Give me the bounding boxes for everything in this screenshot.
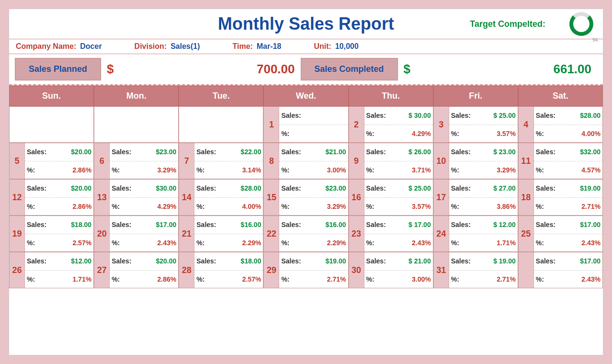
sales-value[interactable]: $20.00 — [135, 257, 176, 265]
sales-value[interactable]: $ 12.00 — [474, 221, 516, 228]
pct-value[interactable]: 2.43% — [135, 239, 176, 247]
pct-value[interactable]: 2.57% — [50, 239, 91, 247]
pct-value[interactable]: 1.71% — [50, 275, 91, 283]
pct-value[interactable]: 2.43% — [559, 239, 601, 247]
pct-value[interactable]: 3.29% — [304, 203, 346, 210]
pct-value[interactable]: 2.71% — [559, 203, 601, 210]
calendar-cell[interactable]: 26Sales:$12.00%:1.71% — [9, 252, 94, 288]
pct-value[interactable]: 3.71% — [389, 166, 431, 174]
pct-value[interactable]: 4.29% — [135, 203, 176, 210]
pct-value[interactable]: 3.00% — [389, 275, 431, 283]
sales-value[interactable]: $28.00 — [219, 184, 261, 192]
sales-value[interactable]: $18.00 — [219, 257, 261, 265]
pct-value[interactable]: 3.00% — [304, 166, 346, 174]
time-value[interactable]: Mar-18 — [257, 42, 282, 51]
pct-value[interactable]: 3.86% — [474, 203, 516, 210]
calendar-cell[interactable]: 13Sales:$30.00%:4.29% — [94, 179, 179, 216]
planned-value[interactable]: 700.00 — [120, 58, 301, 80]
calendar-cell[interactable]: 30Sales:$ 21.00%:3.00% — [349, 252, 433, 288]
calendar-cell[interactable]: 4Sales:$28.00%:4.00% — [518, 106, 603, 143]
sales-value[interactable]: $17.00 — [559, 257, 601, 265]
calendar-cell[interactable]: 7Sales:$22.00%:3.14% — [179, 143, 263, 179]
sales-value[interactable]: $19.00 — [304, 257, 346, 265]
calendar-cell[interactable]: 22Sales:$16.00%:2.29% — [263, 216, 348, 252]
pct-value[interactable]: 2.43% — [389, 239, 431, 247]
sales-value[interactable]: $23.00 — [304, 184, 346, 192]
calendar-cell[interactable]: 27Sales:$20.00%:2.86% — [94, 252, 179, 288]
calendar-cell[interactable]: 1Sales:%: — [263, 106, 348, 143]
pct-value[interactable]: 3.29% — [474, 166, 516, 174]
calendar-cell[interactable]: 20Sales:$17.00%:2.43% — [94, 216, 179, 252]
calendar-cell[interactable]: 15Sales:$23.00%:3.29% — [263, 179, 348, 216]
calendar-cell[interactable]: 19Sales:$18.00%:2.57% — [9, 216, 94, 252]
calendar-cell[interactable]: 24Sales:$ 12.00%:1.71% — [433, 216, 518, 252]
calendar-cell[interactable]: 9Sales:$ 26.00%:3.71% — [349, 143, 433, 179]
sales-value[interactable]: $18.00 — [50, 221, 91, 228]
sales-value[interactable]: $32.00 — [559, 148, 601, 156]
calendar-cell[interactable]: 12Sales:$20.00%:2.86% — [9, 179, 94, 216]
completed-value[interactable]: 661.00 — [416, 58, 597, 80]
calendar-cell[interactable]: 16Sales:$ 25.00%:3.57% — [349, 179, 433, 216]
pct-value[interactable]: 2.57% — [219, 275, 261, 283]
pct-value[interactable]: 4.57% — [559, 166, 601, 174]
pct-value[interactable]: 3.57% — [389, 203, 431, 210]
sales-value[interactable]: $ 27.00 — [474, 184, 516, 192]
calendar-cell[interactable]: 23Sales:$ 17.00%:2.43% — [349, 216, 433, 252]
calendar-cell[interactable]: 29Sales:$19.00%:2.71% — [263, 252, 348, 288]
calendar-cell[interactable]: 21Sales:$16.00%:2.29% — [179, 216, 263, 252]
calendar-cell[interactable] — [94, 106, 179, 143]
calendar-cell[interactable]: 11Sales:$32.00%:4.57% — [518, 143, 603, 179]
sales-value[interactable]: $20.00 — [50, 148, 91, 156]
sales-value[interactable]: $22.00 — [219, 148, 261, 156]
pct-value[interactable]: 3.57% — [474, 130, 516, 137]
calendar-cell[interactable]: 17Sales:$ 27.00%:3.86% — [433, 179, 518, 216]
sales-value[interactable]: $12.00 — [50, 257, 91, 265]
sales-value[interactable]: $21.00 — [304, 148, 346, 156]
calendar-cell[interactable]: 28Sales:$18.00%:2.57% — [179, 252, 263, 288]
sales-value[interactable]: $17.00 — [135, 221, 176, 228]
sales-value[interactable]: $16.00 — [304, 221, 346, 228]
calendar-cell[interactable] — [9, 106, 94, 143]
pct-value[interactable]: 2.71% — [474, 275, 516, 283]
unit-value[interactable]: 10,000 — [335, 42, 359, 51]
calendar-cell[interactable]: 2Sales:$ 30.00%:4.29% — [349, 106, 433, 143]
pct-value[interactable]: 2.71% — [304, 275, 346, 283]
pct-value[interactable]: 4.00% — [219, 203, 261, 210]
sales-value[interactable]: $17.00 — [559, 221, 601, 228]
sales-value[interactable]: $20.00 — [50, 184, 91, 192]
calendar-cell[interactable]: 31Sales:$ 19.00%:2.71% — [433, 252, 518, 288]
sales-value[interactable]: $16.00 — [219, 221, 261, 228]
pct-value[interactable]: 4.00% — [559, 130, 601, 137]
pct-value[interactable]: 1.71% — [474, 239, 516, 247]
sales-value[interactable]: $ 19.00 — [474, 257, 516, 265]
calendar-cell[interactable]: 25Sales:$17.00%:2.43% — [518, 216, 603, 252]
sales-value[interactable]: $ 30.00 — [389, 112, 431, 119]
calendar-cell[interactable]: 5Sales:$20.00%:2.86% — [9, 143, 94, 179]
pct-value[interactable]: 2.43% — [559, 275, 601, 283]
sales-value[interactable]: $19.00 — [559, 184, 601, 192]
company-value[interactable]: Docer — [80, 42, 102, 51]
division-value[interactable]: Sales(1) — [170, 42, 200, 51]
sales-value[interactable]: $ 25.00 — [474, 112, 516, 119]
calendar-cell[interactable]: 10Sales:$ 23.00%:3.29% — [433, 143, 518, 179]
pct-value[interactable]: 4.29% — [389, 130, 431, 137]
calendar-cell[interactable]: 3Sales:$ 25.00%:3.57% — [433, 106, 518, 143]
calendar-cell[interactable]: 6Sales:$23.00%:3.29% — [94, 143, 179, 179]
pct-value[interactable]: 2.86% — [50, 166, 91, 174]
calendar-cell[interactable]: 8Sales:$21.00%:3.00% — [263, 143, 348, 179]
sales-value[interactable]: $ 25.00 — [389, 184, 431, 192]
pct-value[interactable]: 3.14% — [219, 166, 261, 174]
sales-value[interactable]: $23.00 — [135, 148, 176, 156]
pct-value[interactable]: 2.29% — [304, 239, 346, 247]
sales-value[interactable]: $ 26.00 — [389, 148, 431, 156]
pct-value[interactable]: 2.29% — [219, 239, 261, 247]
sales-value[interactable]: $30.00 — [135, 184, 176, 192]
calendar-cell[interactable]: 14Sales:$28.00%:4.00% — [179, 179, 263, 216]
pct-value[interactable]: 2.86% — [50, 203, 91, 210]
sales-value[interactable]: $ 23.00 — [474, 148, 516, 156]
pct-value[interactable]: 2.86% — [135, 275, 176, 283]
calendar-cell[interactable] — [179, 106, 263, 143]
sales-value[interactable]: $ 17.00 — [389, 221, 431, 228]
sales-value[interactable]: $ 21.00 — [389, 257, 431, 265]
calendar-cell[interactable]: Sales:$17.00%:2.43% — [518, 252, 603, 288]
